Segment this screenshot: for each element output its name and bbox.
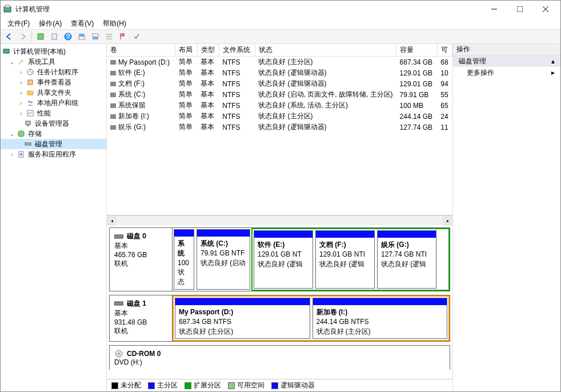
col-free[interactable]: 可 — [437, 44, 452, 57]
partition[interactable]: 娱乐 (G:)127.74 GB NTI状态良好 (逻辑 — [377, 230, 436, 289]
event-icon — [26, 78, 35, 87]
center-panel: 卷 布局 类型 文件系统 状态 容量 可 My Passport (D:)简单基… — [107, 44, 453, 391]
table-row[interactable]: 文档 (F:)简单基本NTFS状态良好 (逻辑驱动器)129.01 GB94 — [107, 78, 452, 89]
table-row[interactable]: 娱乐 (G:)简单基本NTFS状态良好 (逻辑驱动器)127.74 GB11 — [107, 122, 452, 133]
view-top-icon[interactable] — [75, 30, 88, 43]
volume-list: 卷 布局 类型 文件系统 状态 容量 可 My Passport (D:)简单基… — [107, 44, 452, 215]
disk-label: CD-ROM 0 DVD (H:) — [110, 346, 450, 370]
tree-event-viewer[interactable]: › 事件查看器 — [1, 77, 106, 87]
svg-rect-23 — [25, 143, 31, 145]
tree-disk-management[interactable]: 磁盘管理 — [1, 139, 106, 149]
chevron-up-icon: ▴ — [551, 57, 555, 65]
chevron-right-icon: ▸ — [551, 69, 555, 77]
collapse-icon[interactable]: ⌄ — [7, 129, 17, 138]
users-icon — [26, 98, 35, 107]
partition[interactable]: 新加卷 (I:)244.14 GB NTFS状态良好 (主分区) — [312, 298, 448, 339]
tree-system-tools[interactable]: ⌄ 系统工具 — [1, 57, 106, 67]
tools-icon — [17, 57, 26, 66]
device-icon — [23, 119, 33, 128]
svg-rect-11 — [79, 37, 85, 39]
disk-row-1[interactable]: 磁盘 1 基本 931.48 GB 联机 My Passport (D:)687… — [109, 295, 450, 342]
svg-point-25 — [20, 153, 22, 155]
menu-action[interactable]: 操作(A) — [34, 18, 66, 30]
col-layout[interactable]: 布局 — [175, 44, 197, 57]
tree-shared-folders[interactable]: › 共享文件夹 — [1, 87, 106, 98]
partition[interactable]: 系统 (C:)79.91 GB NTF状态良好 (启动 — [197, 229, 250, 290]
table-row[interactable]: My Passport (D:)简单基本NTFS状态良好 (主分区)687.34… — [107, 57, 452, 68]
maximize-button[interactable] — [507, 1, 532, 18]
expand-icon[interactable]: › — [17, 98, 26, 107]
close-button[interactable] — [532, 1, 558, 18]
tree-root[interactable]: 计算机管理(本地) — [1, 46, 106, 57]
menu-file[interactable]: 文件(F) — [3, 18, 34, 30]
svg-rect-16 — [28, 80, 33, 85]
svg-point-18 — [30, 101, 33, 103]
scroll-right-icon[interactable]: ▸ — [443, 216, 452, 226]
menu-help[interactable]: 帮助(H) — [98, 18, 131, 30]
tree-device-manager[interactable]: 设备管理器 — [1, 118, 106, 129]
svg-rect-3 — [517, 6, 523, 12]
h-scrollbar[interactable]: ◂ ▸ — [107, 215, 452, 225]
disk-icon — [114, 301, 123, 306]
svg-text:?: ? — [66, 33, 70, 41]
action-more[interactable]: 更多操作 ▸ — [453, 67, 560, 78]
partition[interactable]: My Passport (D:)687.34 GB NTFS状态良好 (主分区) — [175, 298, 310, 339]
help-icon[interactable]: ? — [62, 30, 74, 43]
partition[interactable]: 文档 (F:)129.01 GB NTI状态良好 (逻辑 — [315, 230, 375, 289]
back-button[interactable] — [3, 30, 15, 43]
col-status[interactable]: 状态 — [255, 44, 396, 57]
table-row[interactable]: 新加卷 (I:)简单基本NTFS状态良好 (主分区)244.14 GB24 — [107, 111, 452, 122]
disk-icon — [23, 139, 33, 149]
menu-view[interactable]: 查看(V) — [66, 18, 98, 30]
check-icon[interactable] — [130, 30, 143, 43]
svg-rect-27 — [114, 302, 123, 305]
actions-header: 操作 — [453, 44, 560, 55]
nav-tree: 计算机管理(本地) ⌄ 系统工具 › 任务计划程序 › 事件查看器 › 共享文件… — [1, 44, 107, 391]
partition[interactable]: 系统100状态 — [174, 229, 194, 290]
tree-storage[interactable]: ⌄ 存储 — [1, 129, 106, 139]
action-disk-mgmt[interactable]: 磁盘管理 ▴ — [453, 55, 560, 67]
svg-rect-10 — [79, 34, 85, 36]
table-row[interactable]: 系统保留简单基本NTFS状态良好 (系统, 活动, 主分区)100 MB65 — [107, 100, 452, 111]
disk-row-cdrom[interactable]: CD-ROM 0 DVD (H:) — [109, 345, 450, 370]
svg-rect-19 — [27, 110, 33, 116]
toolbar: ? — [1, 29, 560, 44]
expand-icon[interactable]: › — [7, 150, 17, 159]
volume-icon — [110, 60, 116, 65]
table-row[interactable]: 系统 (C:)简单基本NTFS状态良好 (启动, 页面文件, 故障转储, 主分区… — [107, 89, 452, 100]
perf-icon — [26, 109, 35, 118]
scroll-left-icon[interactable]: ◂ — [107, 216, 117, 226]
collapse-icon[interactable]: ⌄ — [7, 57, 17, 66]
table-row[interactable]: 软件 (E:)简单基本NTFS状态良好 (逻辑驱动器)129.01 GB10 — [107, 67, 452, 78]
expand-icon[interactable]: › — [17, 67, 26, 77]
disk-map: 磁盘 0 基本 465.76 GB 联机 系统100状态系统 (C:)79.91… — [107, 225, 452, 379]
settings-icon[interactable] — [103, 30, 115, 43]
col-type[interactable]: 类型 — [197, 44, 219, 57]
view-bottom-icon[interactable] — [89, 30, 102, 43]
storage-icon — [17, 129, 26, 138]
volume-icon — [110, 82, 116, 86]
tree-task-scheduler[interactable]: › 任务计划程序 — [1, 67, 106, 77]
properties-icon[interactable] — [48, 30, 61, 43]
col-filesystem[interactable]: 文件系统 — [219, 44, 255, 57]
refresh-icon[interactable] — [34, 30, 47, 43]
tree-performance[interactable]: › 性能 — [1, 108, 106, 118]
cd-icon — [114, 349, 123, 358]
col-volume[interactable]: 卷 — [107, 44, 175, 57]
partition[interactable]: 软件 (E:)129.01 GB NT状态良好 (逻辑 — [254, 230, 313, 289]
disk-label: 磁盘 0 基本 465.76 GB 联机 — [110, 228, 173, 291]
svg-point-29 — [118, 353, 120, 355]
expand-icon[interactable]: › — [17, 78, 26, 87]
expand-icon[interactable]: › — [17, 88, 26, 97]
folder-icon — [26, 88, 35, 97]
minimize-button[interactable] — [481, 1, 507, 18]
tree-services[interactable]: › 服务和应用程序 — [1, 149, 106, 159]
legend-extended: 扩展分区 — [185, 381, 221, 390]
disk-row-0[interactable]: 磁盘 0 基本 465.76 GB 联机 系统100状态系统 (C:)79.91… — [109, 227, 450, 291]
flag-icon[interactable] — [117, 30, 129, 43]
expand-icon[interactable]: › — [17, 109, 26, 118]
col-capacity[interactable]: 容量 — [396, 44, 438, 57]
tree-local-users[interactable]: › 本地用户和组 — [1, 98, 106, 108]
svg-rect-13 — [93, 37, 98, 39]
forward-button[interactable] — [17, 30, 29, 43]
